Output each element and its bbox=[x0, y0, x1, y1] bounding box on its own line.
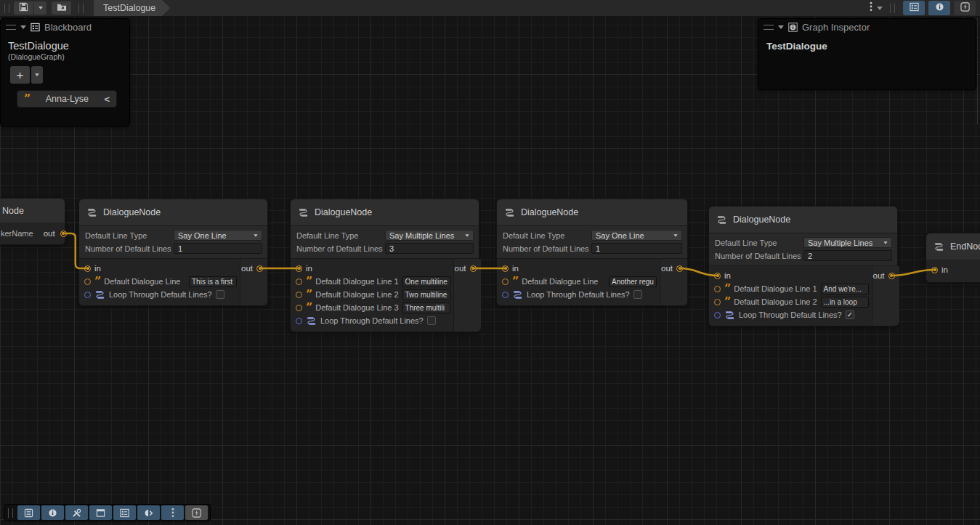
port-row-in: in bbox=[926, 263, 980, 276]
loop-checkbox[interactable] bbox=[427, 316, 436, 325]
loop-checkbox[interactable] bbox=[216, 290, 224, 299]
node-title-bar[interactable]: DialogueNode bbox=[709, 207, 897, 233]
output-port[interactable] bbox=[888, 273, 895, 279]
dropdown-arrow-icon bbox=[39, 7, 43, 9]
input-port[interactable] bbox=[502, 265, 509, 272]
start-node[interactable]: NodekerNameout bbox=[0, 198, 65, 245]
number-of-lines-field[interactable]: 1 bbox=[591, 243, 682, 254]
node-properties: Default Line TypeSay One LineNumber of D… bbox=[79, 225, 267, 259]
inspector-header[interactable]: Graph Inspector bbox=[758, 19, 976, 36]
toolbar-drag-handle[interactable] bbox=[4, 4, 9, 13]
dialogue-node[interactable]: DialogueNodeDefault Line TypeSay Multipl… bbox=[708, 206, 898, 326]
blackboard-button[interactable] bbox=[113, 505, 136, 520]
string-port[interactable] bbox=[84, 278, 91, 285]
property-label: Number of Default Lines bbox=[85, 244, 174, 253]
bool-port[interactable] bbox=[84, 292, 91, 298]
dialogue-node[interactable]: DialogueNodeDefault Line TypeSay Multipl… bbox=[290, 199, 479, 332]
loop-checkbox[interactable]: ✓ bbox=[846, 310, 854, 319]
line-type-dropdown[interactable]: Say One Line bbox=[591, 230, 682, 241]
panel-resize-strip[interactable] bbox=[977, 18, 978, 124]
quote-icon: ” bbox=[512, 278, 518, 284]
string-port[interactable] bbox=[296, 292, 302, 298]
window-button[interactable] bbox=[89, 505, 112, 520]
port-row-in: in bbox=[709, 269, 872, 282]
node-title-bar[interactable]: DialogueNode bbox=[497, 199, 687, 225]
dialogue-line-field[interactable]: Another regu bbox=[609, 276, 657, 287]
collapse-arrow-icon[interactable] bbox=[20, 25, 26, 29]
port-label: Default Dialogue Line 1 bbox=[315, 277, 398, 286]
property-row: Number of Default Lines1 bbox=[503, 243, 682, 254]
toolbar-drag-handle[interactable] bbox=[890, 4, 895, 13]
property-row: Default Line TypeSay Multiple Lines bbox=[715, 237, 892, 248]
string-port[interactable] bbox=[714, 299, 721, 305]
console-button[interactable] bbox=[17, 505, 40, 520]
input-port[interactable] bbox=[714, 273, 721, 279]
spark-tool-button[interactable] bbox=[954, 1, 976, 15]
toolbar-drag-handle[interactable] bbox=[78, 4, 84, 13]
half-disc-button[interactable] bbox=[137, 505, 160, 520]
blackboard-field[interactable]: ” Anna-Lyse < bbox=[17, 90, 117, 108]
loop-checkbox[interactable] bbox=[633, 290, 642, 299]
node-flow-icon bbox=[298, 207, 309, 218]
output-port[interactable] bbox=[256, 265, 263, 272]
panel-drag-handle[interactable] bbox=[764, 25, 774, 30]
output-port[interactable] bbox=[60, 231, 67, 237]
input-port[interactable] bbox=[84, 265, 91, 272]
node-flow-icon bbox=[934, 241, 944, 252]
input-port[interactable] bbox=[296, 265, 302, 272]
toggle-inspector-button[interactable] bbox=[928, 1, 950, 15]
number-of-lines-field[interactable]: 2 bbox=[803, 250, 892, 261]
port-row-out: kerNameout bbox=[0, 223, 65, 244]
output-port[interactable] bbox=[470, 265, 477, 272]
end-node[interactable]: EndNodein bbox=[926, 233, 980, 283]
output-port[interactable] bbox=[676, 265, 683, 272]
panel-drag-handle[interactable] bbox=[6, 25, 16, 30]
node-title-bar[interactable]: EndNode bbox=[926, 233, 980, 260]
string-port[interactable] bbox=[714, 286, 721, 292]
string-port[interactable] bbox=[502, 278, 509, 285]
dialogue-line-field[interactable]: And we're... bbox=[821, 284, 869, 294]
chevron-left-icon[interactable]: < bbox=[104, 94, 110, 105]
node-flow-icon bbox=[504, 207, 515, 218]
dialogue-line-field[interactable]: Two multiline bbox=[402, 289, 450, 300]
number-of-lines-field[interactable]: 3 bbox=[385, 243, 474, 254]
bool-port[interactable] bbox=[502, 292, 509, 298]
open-asset-button[interactable] bbox=[52, 1, 71, 15]
number-of-lines-field[interactable]: 1 bbox=[174, 243, 262, 254]
options-menu-button[interactable] bbox=[867, 1, 886, 15]
line-type-dropdown[interactable]: Say Multiple Lines bbox=[803, 237, 892, 248]
spark-button[interactable] bbox=[185, 505, 208, 520]
node-title-bar[interactable]: Node bbox=[0, 199, 65, 223]
tools-button[interactable] bbox=[65, 505, 88, 520]
save-button[interactable] bbox=[14, 1, 33, 15]
toggle-blackboard-button[interactable] bbox=[903, 1, 925, 15]
dialogue-line-field[interactable]: One multiline bbox=[402, 276, 450, 287]
port-row: ”Default Dialogue Line 1And we're... bbox=[709, 282, 872, 295]
add-property-dropdown[interactable] bbox=[31, 66, 43, 84]
dialogue-line-field[interactable]: Three multili bbox=[402, 302, 450, 313]
string-port[interactable] bbox=[296, 278, 302, 285]
add-property-button[interactable]: + bbox=[10, 66, 30, 84]
line-type-dropdown[interactable]: Say Multiple Lines bbox=[385, 230, 474, 241]
bool-port[interactable] bbox=[296, 318, 302, 324]
collapse-arrow-icon[interactable] bbox=[778, 25, 784, 29]
info-button[interactable] bbox=[41, 505, 64, 520]
node-flow-icon bbox=[86, 207, 97, 218]
node-title-bar[interactable]: DialogueNode bbox=[291, 199, 479, 225]
save-icon bbox=[19, 1, 28, 15]
dialogue-line-field[interactable]: ...in a loop bbox=[821, 297, 869, 308]
string-port[interactable] bbox=[296, 305, 302, 311]
asset-tab[interactable]: TestDialogue bbox=[94, 0, 170, 16]
dialogue-node[interactable]: DialogueNodeDefault Line TypeSay One Lin… bbox=[496, 199, 688, 306]
blackboard-header[interactable]: Blackboard bbox=[1, 19, 129, 36]
input-port[interactable] bbox=[931, 267, 938, 273]
toolbar-drag-handle[interactable] bbox=[8, 508, 13, 518]
line-type-dropdown[interactable]: Say One Line bbox=[174, 230, 262, 241]
in-label: in bbox=[724, 271, 731, 280]
save-dropdown-button[interactable] bbox=[34, 1, 46, 15]
dialogue-node[interactable]: DialogueNodeDefault Line TypeSay One Lin… bbox=[78, 199, 268, 306]
kebab-button[interactable] bbox=[161, 505, 184, 520]
dialogue-line-field[interactable]: This is a first bbox=[189, 276, 237, 287]
node-title-bar[interactable]: DialogueNode bbox=[79, 199, 267, 225]
bool-port[interactable] bbox=[714, 312, 721, 318]
